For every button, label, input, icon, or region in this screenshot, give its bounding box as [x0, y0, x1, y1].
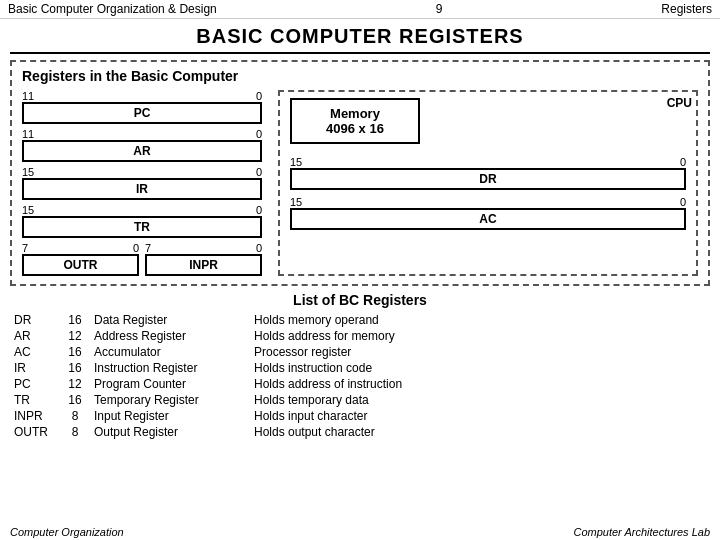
reg-desc: Accumulator: [90, 344, 250, 360]
dr-box: DR: [290, 168, 686, 190]
ar-box: AR: [22, 140, 262, 162]
reg-bits: 16: [60, 312, 90, 328]
outr-box: OUTR: [22, 254, 139, 276]
outr-high: 7: [22, 242, 28, 254]
dr-row: 15 0 DR: [290, 156, 686, 190]
register-table: DR 16 Data Register Holds memory operand…: [10, 312, 710, 440]
cpu-label: CPU: [667, 96, 692, 110]
table-row: IR 16 Instruction Register Holds instruc…: [10, 360, 710, 376]
header-center: 9: [436, 2, 443, 16]
reg-detail: Processor register: [250, 344, 710, 360]
outr-low: 0: [133, 242, 139, 254]
reg-detail: Holds address for memory: [250, 328, 710, 344]
dr-low: 0: [680, 156, 686, 168]
memory-box: Memory 4096 x 16: [290, 98, 420, 144]
table-row: TR 16 Temporary Register Holds temporary…: [10, 392, 710, 408]
reg-bits: 8: [60, 408, 90, 424]
reg-desc: Input Register: [90, 408, 250, 424]
list-title: List of BC Registers: [10, 292, 710, 308]
reg-bits: 16: [60, 392, 90, 408]
table-row: INPR 8 Input Register Holds input charac…: [10, 408, 710, 424]
outr-inpr-row: 7 0 OUTR 7 0 INPR: [22, 242, 262, 276]
ir-box: IR: [22, 178, 262, 200]
reg-detail: Holds input character: [250, 408, 710, 424]
header: Basic Computer Organization & Design 9 R…: [0, 0, 720, 19]
page-title: BASIC COMPUTER REGISTERS: [10, 19, 710, 54]
reg-name: OUTR: [10, 424, 60, 440]
pc-high: 11: [22, 90, 34, 102]
ir-high: 15: [22, 166, 34, 178]
reg-desc: Instruction Register: [90, 360, 250, 376]
ar-low: 0: [256, 128, 262, 140]
tr-box: TR: [22, 216, 262, 238]
tr-low: 0: [256, 204, 262, 216]
ar-high: 11: [22, 128, 34, 140]
register-table-body: DR 16 Data Register Holds memory operand…: [10, 312, 710, 440]
reg-name: IR: [10, 360, 60, 376]
reg-desc: Address Register: [90, 328, 250, 344]
tr-high: 15: [22, 204, 34, 216]
inpr-low: 0: [256, 242, 262, 254]
outr-group: 7 0 OUTR: [22, 242, 139, 276]
reg-name: INPR: [10, 408, 60, 424]
reg-desc: Program Counter: [90, 376, 250, 392]
reg-detail: Holds memory operand: [250, 312, 710, 328]
ar-row: 11 0 AR: [22, 128, 262, 162]
reg-name: DR: [10, 312, 60, 328]
memory-label: Memory: [308, 106, 402, 121]
pc-low: 0: [256, 90, 262, 102]
reg-detail: Holds temporary data: [250, 392, 710, 408]
dr-high: 15: [290, 156, 302, 168]
reg-name: AR: [10, 328, 60, 344]
inpr-high: 7: [145, 242, 151, 254]
left-registers: 11 0 PC 11 0 AR 15: [22, 90, 262, 276]
inpr-box: INPR: [145, 254, 262, 276]
inpr-group: 7 0 INPR: [145, 242, 262, 276]
right-section: Memory 4096 x 16 CPU 15 0 DR 15 0: [278, 90, 698, 276]
memory-value: 4096 x 16: [308, 121, 402, 136]
tr-row: 15 0 TR: [22, 204, 262, 238]
reg-desc: Data Register: [90, 312, 250, 328]
reg-detail: Holds output character: [250, 424, 710, 440]
ir-row: 15 0 IR: [22, 166, 262, 200]
ac-high: 15: [290, 196, 302, 208]
reg-desc: Output Register: [90, 424, 250, 440]
table-row: AC 16 Accumulator Processor register: [10, 344, 710, 360]
list-section: List of BC Registers DR 16 Data Register…: [10, 292, 710, 440]
reg-name: TR: [10, 392, 60, 408]
header-left: Basic Computer Organization & Design: [8, 2, 217, 16]
ac-row: 15 0 AC: [290, 196, 686, 230]
reg-bits: 12: [60, 328, 90, 344]
reg-bits: 16: [60, 344, 90, 360]
footer-right: Computer Architectures Lab: [573, 526, 710, 538]
table-row: AR 12 Address Register Holds address for…: [10, 328, 710, 344]
reg-desc: Temporary Register: [90, 392, 250, 408]
register-area: 11 0 PC 11 0 AR 15: [22, 90, 698, 276]
ac-box: AC: [290, 208, 686, 230]
reg-bits: 16: [60, 360, 90, 376]
pc-row: 11 0 PC: [22, 90, 262, 124]
pc-box: PC: [22, 102, 262, 124]
reg-bits: 8: [60, 424, 90, 440]
table-row: DR 16 Data Register Holds memory operand: [10, 312, 710, 328]
footer-left: Computer Organization: [10, 526, 124, 538]
reg-name: AC: [10, 344, 60, 360]
registers-heading: Registers in the Basic Computer: [22, 68, 698, 84]
reg-bits: 12: [60, 376, 90, 392]
ir-low: 0: [256, 166, 262, 178]
reg-detail: Holds instruction code: [250, 360, 710, 376]
reg-detail: Holds address of instruction: [250, 376, 710, 392]
table-row: PC 12 Program Counter Holds address of i…: [10, 376, 710, 392]
main-content: Registers in the Basic Computer 11 0 PC …: [10, 60, 710, 286]
header-right: Registers: [661, 2, 712, 16]
reg-name: PC: [10, 376, 60, 392]
table-row: OUTR 8 Output Register Holds output char…: [10, 424, 710, 440]
footer: Computer Organization Computer Architect…: [10, 526, 710, 538]
ac-low: 0: [680, 196, 686, 208]
